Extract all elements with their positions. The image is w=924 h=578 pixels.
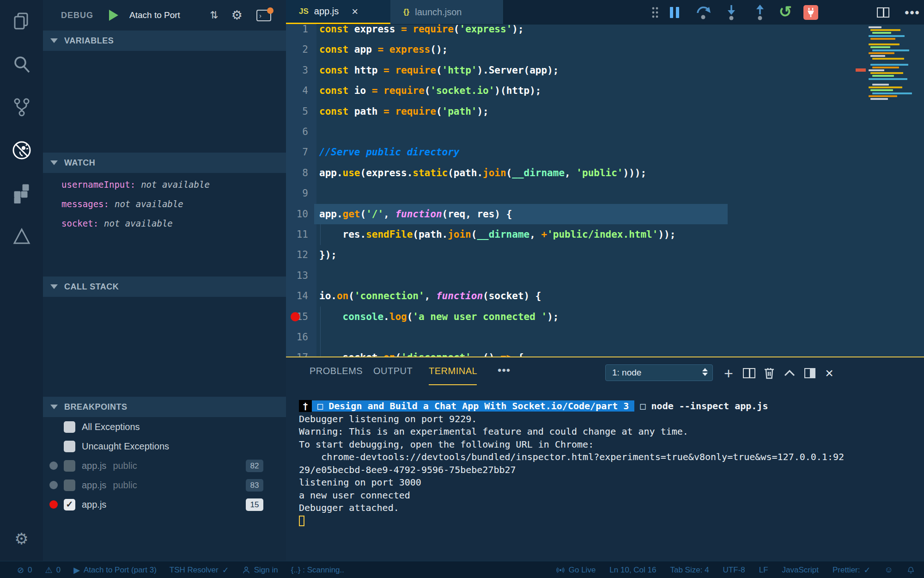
status-item[interactable]: UTF-8 — [723, 566, 745, 575]
token: socket. — [319, 352, 383, 357]
status-text: UTF-8 — [723, 566, 745, 575]
status-text: {..} : Scanning.. — [291, 566, 344, 575]
status-item[interactable]: JavaScript — [782, 566, 819, 575]
status-item[interactable]: LF — [759, 566, 768, 575]
play-icon: ▶ — [73, 565, 80, 575]
status-item[interactable]: TSH Resolver✓ — [170, 565, 229, 575]
configure-gear-icon[interactable]: ⚙ — [231, 8, 243, 23]
watch-name: socket: — [61, 218, 98, 228]
debug-toolbar-grip-icon[interactable] — [647, 4, 663, 21]
source-control-icon[interactable] — [0, 89, 43, 126]
bell-icon — [907, 566, 915, 574]
breakpoint-checkbox[interactable]: ✓ — [64, 499, 75, 510]
minimap[interactable] — [869, 26, 918, 104]
code-line: 8app.use(express.static(path.join(__dirn… — [286, 163, 924, 183]
watch-section-header[interactable]: WATCH — [43, 153, 286, 173]
watch-body: usernameInput:not availablemessages:not … — [43, 173, 286, 277]
watch-row[interactable]: usernameInput:not available — [43, 175, 286, 194]
token: = — [383, 106, 389, 117]
token: , — [565, 167, 576, 178]
status-item[interactable]: ⊘0 — [17, 565, 32, 575]
breakpoint-glyph[interactable] — [291, 312, 300, 321]
collapse-panel-icon[interactable] — [781, 365, 798, 381]
panel-tab-problems[interactable]: PROBLEMS — [310, 366, 363, 376]
code-editor[interactable]: 1const express = require('express');2con… — [286, 24, 924, 357]
close-tab-icon[interactable]: × — [352, 6, 358, 17]
search-icon[interactable] — [0, 46, 43, 83]
status-item[interactable]: ⚠0 — [45, 565, 61, 575]
restart-icon[interactable]: ↺ — [777, 4, 794, 21]
step-out-icon[interactable] — [752, 4, 768, 21]
line-number: 12 — [286, 245, 308, 265]
disconnect-icon[interactable] — [802, 4, 819, 21]
breakpoint-checkbox[interactable] — [64, 480, 75, 491]
breakpoint-row[interactable]: app.jspublic82 — [43, 456, 286, 475]
breakpoint-row[interactable]: Uncaught Exceptions — [43, 437, 286, 456]
collapse-icon — [50, 38, 58, 43]
status-item[interactable]: Prettier:✓ — [833, 565, 871, 575]
code-line: 2const app = express(); — [286, 39, 924, 60]
breakpoint-row[interactable]: ✓app.js15 — [43, 495, 286, 514]
breakpoint-row[interactable]: All Exceptions — [43, 417, 286, 437]
close-panel-icon[interactable]: × — [821, 365, 838, 381]
status-item[interactable]: Go Live — [556, 566, 596, 575]
token: + — [541, 229, 547, 240]
step-into-icon[interactable] — [723, 4, 740, 21]
status-item[interactable]: Sign in — [242, 566, 278, 575]
start-debug-icon[interactable] — [109, 10, 118, 21]
new-terminal-icon[interactable]: + — [720, 365, 737, 381]
panel-tab-terminal[interactable]: TERMINAL — [429, 366, 477, 376]
breakpoint-checkbox[interactable] — [64, 441, 75, 452]
panel-header: PROBLEMSOUTPUTTERMINAL ••• 1: node + × — [286, 357, 924, 389]
debug-config-selector[interactable]: Atach to Port — [129, 10, 180, 20]
status-item[interactable] — [907, 566, 915, 574]
code-line: 13 — [286, 265, 924, 286]
token: 'disconnect' — [401, 352, 471, 357]
token: static — [413, 167, 448, 178]
debug-console-icon[interactable]: › — [256, 10, 271, 21]
call-stack-section-header[interactable]: CALL STACK — [43, 277, 286, 297]
terminal-select[interactable]: 1: node — [605, 364, 713, 381]
token: app. — [319, 167, 343, 178]
kill-terminal-icon[interactable] — [761, 365, 778, 381]
token: ( — [407, 311, 413, 322]
maximize-panel-icon[interactable] — [802, 365, 818, 381]
split-editor-icon[interactable] — [875, 4, 891, 21]
token: (path. — [413, 229, 448, 240]
panel-more-icon[interactable]: ••• — [498, 364, 511, 377]
token: get — [343, 209, 360, 220]
check-icon: ✓ — [222, 565, 229, 575]
breakpoint-checkbox[interactable] — [64, 421, 75, 433]
watch-row[interactable]: messages:not available — [43, 194, 286, 214]
status-item[interactable]: Ln 10, Col 16 — [609, 566, 656, 575]
status-item[interactable]: ▶Atach to Port (part 3) — [73, 565, 157, 575]
triangle-extension-icon[interactable] — [0, 217, 43, 254]
breakpoint-checkbox[interactable] — [64, 460, 75, 472]
watch-row[interactable]: socket:not available — [43, 214, 286, 233]
token: require — [395, 106, 436, 117]
extensions-icon[interactable] — [0, 175, 43, 212]
terminal-output[interactable]: † □ Design and Build a Chat App With Soc… — [299, 394, 919, 562]
breakpoints-section-header[interactable]: BREAKPOINTS — [43, 397, 286, 417]
debug-disabled-icon[interactable] — [0, 132, 43, 169]
settings-gear-icon[interactable]: ⚙ — [0, 520, 43, 557]
variables-section-header[interactable]: VARIABLES — [43, 31, 286, 51]
step-over-icon[interactable] — [695, 4, 712, 21]
tab-launch.json[interactable]: {}launch.json — [390, 0, 504, 24]
breakpoint-row[interactable]: app.jspublic83 — [43, 475, 286, 495]
config-switch-icon[interactable]: ⇅ — [210, 9, 218, 21]
status-item[interactable]: {..} : Scanning.. — [291, 566, 344, 575]
status-item[interactable]: Tab Size: 4 — [670, 566, 709, 575]
more-actions-icon[interactable]: ••• — [904, 4, 921, 21]
tab-app.js[interactable]: JSapp.js× — [286, 0, 390, 24]
line-code: app.get('/', function(req, res) { — [319, 204, 512, 224]
panel-tab-output[interactable]: OUTPUT — [373, 366, 413, 376]
token: )(http); — [494, 85, 541, 96]
status-item[interactable]: ☺ — [885, 565, 893, 575]
debug-sidebar-header: DEBUG Atach to Port ⇅ ⚙ › — [43, 0, 286, 31]
pause-icon[interactable] — [666, 4, 683, 21]
split-terminal-icon[interactable] — [741, 365, 757, 381]
explorer-icon[interactable] — [0, 2, 43, 39]
minimap-line — [869, 52, 894, 54]
activity-bar: ⚙ — [0, 0, 43, 561]
